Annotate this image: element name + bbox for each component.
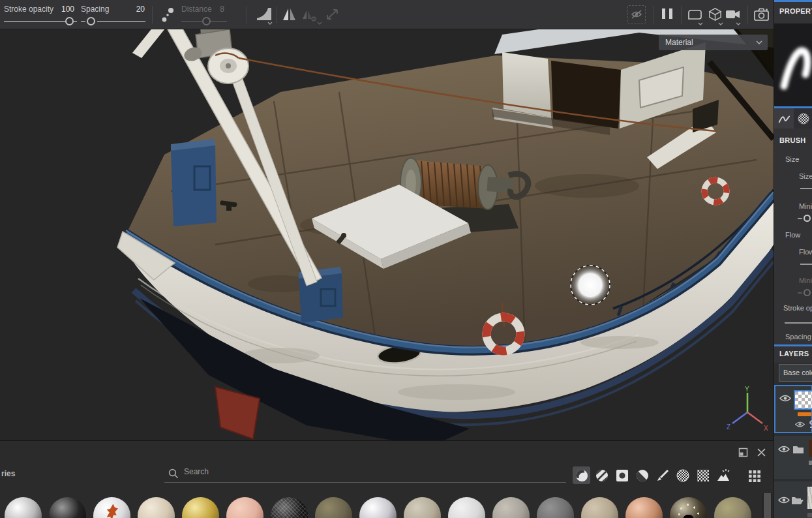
- shader-cube-icon[interactable]: [708, 7, 723, 22]
- filter-smart-materials-button[interactable]: [593, 466, 610, 484]
- camera-view-icon[interactable]: [725, 8, 741, 20]
- symmetry-icon[interactable]: [282, 7, 297, 22]
- material-sphere[interactable]: [581, 497, 618, 518]
- svg-text:⚙: ⚙: [310, 15, 317, 22]
- axis-y-label: Y: [745, 386, 749, 393]
- spacing-slider-track[interactable]: [97, 21, 145, 22]
- boat-3d-render: [0, 29, 774, 440]
- layer-thumbnail[interactable]: [809, 440, 812, 457]
- material-sphere[interactable]: [226, 497, 263, 518]
- chevron-down-icon: [317, 22, 322, 25]
- stroke-opacity-label: Stroke opacity: [4, 5, 53, 14]
- filter-smart-masks-button[interactable]: [613, 466, 631, 484]
- spacing-slider[interactable]: [81, 21, 85, 22]
- search-icon: [168, 468, 179, 479]
- layer-thumbnail[interactable]: [794, 390, 812, 410]
- environment-image-icon: [716, 468, 730, 483]
- min-size-slider[interactable]: [798, 218, 802, 219]
- material-sphere[interactable]: [625, 497, 663, 518]
- layer-color-bar: [798, 412, 811, 416]
- panel-accent-line: [774, 0, 812, 2]
- symmetry-settings-icon: ⚙: [301, 8, 318, 22]
- layer-visibility-eye-icon[interactable]: [778, 496, 790, 504]
- brush-cursor: [568, 263, 612, 307]
- shelf-breadcrumb[interactable]: ries: [1, 469, 15, 478]
- shelf-filter-bar: [573, 466, 732, 484]
- filter-filters-button[interactable]: [633, 466, 651, 484]
- material-sphere-icon: [575, 468, 589, 483]
- spacing-slider-handle[interactable]: [87, 17, 95, 25]
- effect-stack-icon[interactable]: [807, 419, 812, 429]
- material-sphere[interactable]: [182, 497, 219, 518]
- channel-filter-dropdown[interactable]: Base color: [779, 364, 812, 382]
- shelf-scrollbar[interactable]: [762, 493, 772, 518]
- brush-stroke-icon: [777, 113, 790, 125]
- shading-mode-dropdown[interactable]: Material: [659, 35, 768, 50]
- flow-group-label: Flow: [785, 231, 800, 239]
- material-sphere[interactable]: [315, 497, 352, 518]
- material-sphere[interactable]: [448, 497, 485, 518]
- brush-toolbar: Stroke opacity 100 Spacing 20 Distance 8…: [0, 0, 774, 29]
- scatter-icon[interactable]: [159, 5, 176, 25]
- chevron-down-icon[interactable]: [698, 22, 703, 25]
- tab-brush[interactable]: [774, 108, 794, 129]
- chevron-down-icon[interactable]: [267, 22, 273, 25]
- layer-thumbnail[interactable]: [807, 487, 812, 509]
- chevron-down-icon[interactable]: [736, 22, 741, 25]
- display-mode-icon[interactable]: [687, 8, 703, 21]
- toolbar-separator: [747, 6, 748, 23]
- min-flow-label: Minimum flow: [799, 277, 812, 284]
- min-flow-slider: [798, 292, 802, 294]
- sparkle-overlay: [271, 497, 308, 518]
- flow-slider[interactable]: [800, 264, 812, 265]
- layer-row-folder-open[interactable]: [774, 481, 812, 518]
- layer-visibility-eye-icon[interactable]: [779, 394, 791, 403]
- material-sphere[interactable]: [93, 497, 130, 518]
- filter-textures-button[interactable]: [694, 466, 712, 484]
- texture-checker-icon: [696, 468, 710, 483]
- filter-alphas-button[interactable]: [674, 466, 691, 484]
- layer-color-bar: [807, 513, 812, 517]
- toolbar-separator: [277, 6, 277, 23]
- material-sphere[interactable]: [404, 497, 441, 518]
- stroke-opacity-slider-handle[interactable]: [65, 17, 74, 25]
- search-input[interactable]: [184, 467, 549, 476]
- filter-brushes-button[interactable]: [654, 466, 671, 484]
- axis-x-label: X: [764, 425, 768, 432]
- undock-panel-icon[interactable]: [738, 448, 748, 459]
- min-size-label: Minimum size: [799, 202, 812, 210]
- size-slider[interactable]: [800, 188, 812, 189]
- layer-visibility-eye-icon[interactable]: [778, 445, 790, 453]
- material-sphere[interactable]: [670, 497, 707, 518]
- material-sphere[interactable]: [49, 497, 86, 518]
- panel-stroke-opacity-slider[interactable]: [785, 322, 812, 324]
- material-sphere[interactable]: [138, 497, 175, 518]
- tab-alpha[interactable]: [794, 108, 812, 129]
- stroke-opacity-value[interactable]: 100: [57, 5, 74, 14]
- material-sphere[interactable]: [714, 497, 751, 518]
- material-sphere[interactable]: [271, 497, 308, 518]
- close-panel-icon[interactable]: [757, 448, 766, 459]
- spacing-value[interactable]: 20: [128, 5, 145, 14]
- paintbrush-icon: [655, 468, 670, 483]
- min-size-slider-handle[interactable]: [804, 215, 811, 222]
- shelf-search[interactable]: [164, 466, 566, 483]
- material-sphere[interactable]: [537, 497, 574, 518]
- layer-row-folder[interactable]: [774, 436, 812, 479]
- filter-environments-button[interactable]: [714, 466, 732, 484]
- material-sphere[interactable]: [5, 497, 42, 518]
- layer-row-selected[interactable]: [774, 385, 812, 433]
- right-dock: PROPERTIES BRUSH Size Size Minimum size …: [774, 0, 812, 518]
- layers-panel-title: LAYERS: [774, 350, 812, 358]
- material-sphere[interactable]: [492, 497, 530, 518]
- chevron-down-icon[interactable]: [718, 22, 723, 25]
- pause-icon[interactable]: [660, 8, 674, 19]
- shelf-display-options-icon[interactable]: [748, 470, 761, 485]
- toolbar-separator: [152, 6, 153, 23]
- filter-materials-button[interactable]: [573, 466, 590, 484]
- material-sphere[interactable]: [359, 497, 397, 518]
- falloff-curve-icon[interactable]: [256, 7, 273, 22]
- viewport-3d-canvas[interactable]: Material Y Z X: [0, 29, 774, 440]
- snapshot-camera-icon[interactable]: [753, 7, 770, 22]
- effect-visibility-eye-icon[interactable]: [795, 421, 805, 428]
